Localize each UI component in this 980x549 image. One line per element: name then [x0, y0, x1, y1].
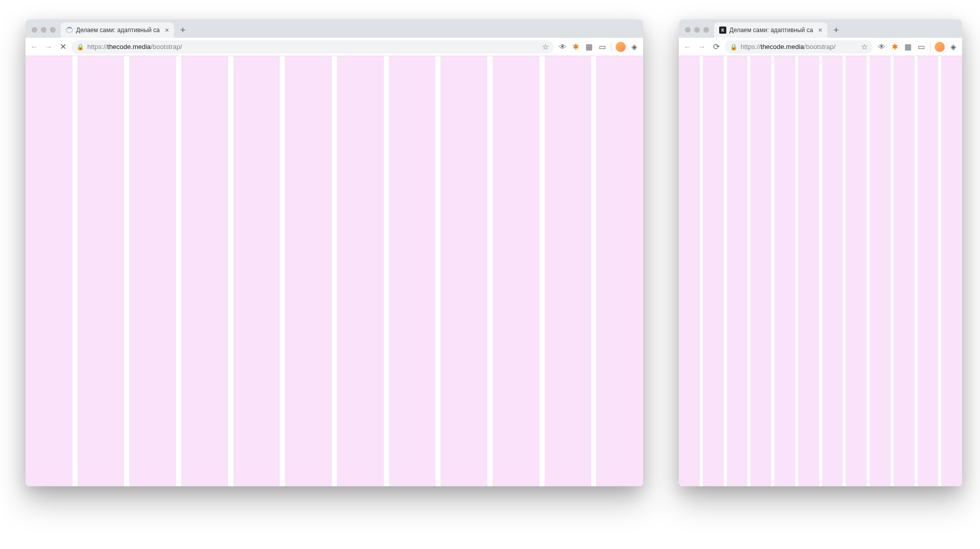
traffic-close-icon[interactable]: [685, 27, 691, 33]
grid-column: [798, 56, 819, 486]
traffic-zoom-icon[interactable]: [50, 27, 56, 33]
wallet-icon[interactable]: ▭: [917, 42, 926, 52]
page-viewport: [26, 56, 643, 486]
nav-controls: ←→⟳: [683, 42, 721, 52]
traffic-minimize-icon[interactable]: [694, 27, 700, 33]
grid-column: [941, 56, 962, 486]
tab-title: Делаем сами: адаптивный са: [729, 27, 813, 34]
grid-column: [493, 56, 540, 486]
grid-column: [727, 56, 748, 486]
bootstrap-grid: [26, 56, 643, 486]
eye-icon[interactable]: 👁: [877, 42, 886, 52]
new-tab-button[interactable]: +: [829, 23, 843, 37]
url-text: https://thecode.media/bootstrap/: [87, 43, 182, 51]
grid-column: [26, 56, 72, 486]
url-text: https://thecode.media/bootstrap/: [741, 43, 836, 51]
address-bar[interactable]: 🔒https://thecode.media/bootstrap/☆: [71, 40, 554, 54]
lock-icon: 🔒: [77, 43, 84, 51]
loading-spinner-icon: [66, 27, 73, 33]
extensions: 👁✱▦▭◈: [877, 42, 958, 52]
sun-icon[interactable]: ✱: [890, 42, 899, 52]
sun-icon[interactable]: ✱: [571, 42, 580, 52]
tab-strip: Делаем сами: адаптивный са×+: [26, 19, 643, 38]
qr-icon[interactable]: ▦: [903, 42, 913, 52]
grid-column: [337, 56, 384, 486]
browser-window-narrow: КДелаем сами: адаптивный са×+←→⟳🔒https:/…: [679, 19, 962, 486]
grid-column: [918, 56, 939, 486]
grid-column: [389, 56, 436, 486]
grid-column: [774, 56, 795, 486]
lock-icon: 🔒: [730, 43, 738, 51]
nav-controls: ←→✕: [30, 42, 67, 52]
grid-column: [285, 56, 332, 486]
traffic-close-icon[interactable]: [32, 27, 37, 33]
eye-icon[interactable]: 👁: [558, 42, 567, 52]
grid-column: [181, 56, 228, 486]
grid-column: [703, 56, 724, 486]
profile-avatar-icon[interactable]: [935, 42, 945, 52]
close-tab-icon[interactable]: ×: [163, 27, 169, 34]
new-tab-button[interactable]: +: [176, 23, 189, 37]
grid-column: [78, 56, 125, 486]
tab-strip: КДелаем сами: адаптивный са×+: [679, 19, 962, 38]
forward-button: →: [44, 42, 53, 52]
shield-icon[interactable]: ◈: [949, 42, 958, 52]
stop-loading-button[interactable]: ✕: [58, 42, 67, 52]
bookmark-star-icon[interactable]: ☆: [861, 42, 868, 52]
browser-tab[interactable]: КДелаем сами: адаптивный са×: [714, 22, 827, 38]
back-button: ←: [30, 42, 39, 52]
bootstrap-grid: [679, 56, 962, 486]
grid-column: [894, 56, 915, 486]
grid-column: [870, 56, 891, 486]
traffic-minimize-icon[interactable]: [41, 27, 46, 33]
grid-column: [822, 56, 843, 486]
browser-tab[interactable]: Делаем сами: адаптивный са×: [61, 22, 174, 38]
grid-column: [596, 56, 643, 486]
profile-avatar-icon[interactable]: [616, 42, 626, 52]
toolbar: ←→✕🔒https://thecode.media/bootstrap/☆👁✱▦…: [26, 38, 643, 56]
tab-title: Делаем сами: адаптивный са: [76, 27, 160, 34]
traffic-zoom-icon[interactable]: [703, 27, 709, 33]
close-tab-icon[interactable]: ×: [816, 27, 822, 34]
separator: [930, 42, 930, 52]
window-controls: [683, 27, 712, 38]
back-button: ←: [683, 42, 692, 52]
page-viewport: [679, 56, 962, 486]
grid-column: [846, 56, 867, 486]
toolbar: ←→⟳🔒https://thecode.media/bootstrap/☆👁✱▦…: [679, 38, 962, 56]
qr-icon[interactable]: ▦: [584, 42, 594, 52]
shield-icon[interactable]: ◈: [630, 42, 639, 52]
forward-button: →: [697, 42, 706, 52]
grid-column: [545, 56, 592, 486]
extensions: 👁✱▦▭◈: [558, 42, 639, 52]
separator: [611, 42, 611, 52]
window-controls: [30, 27, 59, 38]
grid-column: [129, 56, 176, 486]
site-favicon-icon: К: [719, 27, 726, 34]
browser-window-wide: Делаем сами: адаптивный са×+←→✕🔒https://…: [26, 19, 643, 486]
grid-column: [679, 56, 700, 486]
grid-column: [233, 56, 280, 486]
wallet-icon[interactable]: ▭: [598, 42, 607, 52]
grid-column: [750, 56, 771, 486]
grid-column: [440, 56, 487, 486]
address-bar[interactable]: 🔒https://thecode.media/bootstrap/☆: [725, 40, 873, 54]
reload-button[interactable]: ⟳: [712, 42, 721, 52]
bookmark-star-icon[interactable]: ☆: [542, 42, 549, 52]
